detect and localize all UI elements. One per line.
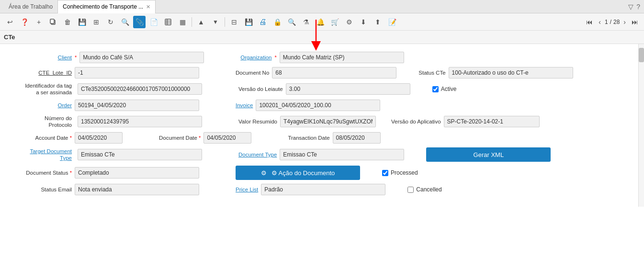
download-button[interactable]: ⬇ [357,16,370,28]
lock-button[interactable]: 🔒 [271,16,283,28]
cancelled-label[interactable]: Cancelled [416,186,441,193]
active-group: Active [432,86,457,92]
target-doc-type-input[interactable] [78,149,202,160]
bell-button[interactable]: 🔔 [314,16,327,28]
client-required: * [75,55,77,60]
organization-input[interactable] [280,52,404,63]
target-doc-type-group: Target Document Type [10,148,202,161]
document-date-group: Document Date * [159,132,251,144]
tab-conhecimento[interactable]: Conhecimento de Transporte ... ✕ [57,0,156,13]
gerar-xml-group: Gerar XML [426,147,551,162]
cart-button[interactable]: 🛒 [328,16,341,28]
main-form: Client * Organization * CTE_Lote_ID Docu… [0,44,644,207]
transaction-date-label: Transaction Date [288,135,329,141]
gear-button[interactable]: ⚙ [343,16,355,28]
undo-button[interactable]: ↩ [4,16,16,28]
refresh-button[interactable]: ↻ [104,16,117,28]
gerar-xml-button[interactable]: Gerar XML [426,147,551,162]
form-row-7: Target Document Type Document Type Gerar… [10,147,633,162]
processed-checkbox[interactable] [382,170,388,176]
search-button[interactable]: 🔍 [119,16,131,28]
cte-lote-label: CTE_Lote_ID [10,70,72,76]
processed-group: Processed [382,169,418,176]
document-date-input[interactable] [203,132,251,144]
invoice-input[interactable] [256,100,380,111]
order-input[interactable] [75,100,199,111]
tab-area-de-trabalho[interactable]: Área de Trabalho [4,0,57,13]
minimize-icon[interactable]: ▽ [628,3,633,11]
order-label[interactable]: Order [10,102,72,108]
transaction-date-input[interactable] [333,132,381,144]
document-no-label: Document No [236,70,269,76]
client-label[interactable]: Client [10,55,72,60]
save-button[interactable]: 💾 [76,16,88,28]
first-page-button[interactable]: ⏮ [584,17,595,27]
status-cte-group: Status CTe [418,67,573,78]
status-email-input[interactable] [75,184,199,195]
copy-button[interactable] [47,16,59,28]
help-icon[interactable]: ? [636,3,640,11]
upload-button[interactable]: ⬆ [372,16,384,28]
versao-leiaute-input[interactable] [286,83,410,95]
doc-button[interactable]: 📄 [147,16,160,28]
active-label[interactable]: Active [441,86,457,92]
svg-rect-4 [165,19,171,25]
tune-button[interactable]: ⚗ [300,16,312,28]
attach-button[interactable]: 📎 [133,16,146,28]
next-page-button[interactable]: › [621,17,628,27]
order-group: Order [10,100,199,111]
valor-resumido-label: Valor Resumido [238,119,277,124]
doc-status-input[interactable] [75,167,199,179]
record-label: CTe [4,34,15,41]
help-button[interactable]: ❓ [18,16,31,28]
tab-close-icon[interactable]: ✕ [146,4,150,10]
save2-button[interactable]: 💾 [242,16,255,28]
table-button[interactable] [162,16,174,28]
versao-leiaute-label: Versão do Leiaute [238,86,283,92]
organization-label[interactable]: Organization [240,55,271,60]
status-cte-label: Status CTe [418,70,445,76]
cancelled-group: Cancelled [407,186,441,193]
price-list-input[interactable] [261,184,385,195]
target-doc-label-line1[interactable]: Target Document [30,148,72,154]
versao-aplicativo-input[interactable] [444,116,540,127]
zoom-in-button[interactable]: 🔍 [285,16,298,28]
tab-label-conhecimento: Conhecimento de Transporte ... [63,3,143,10]
organization-group: Organization * [240,52,404,63]
active-checkbox[interactable] [432,86,439,92]
new-button[interactable]: + [33,16,45,28]
document-no-input[interactable] [272,67,396,78]
scrollbar-thumb[interactable] [639,48,644,62]
last-page-button[interactable]: ⏭ [630,17,640,27]
prev-page-button[interactable]: ‹ [597,17,603,27]
grid-button[interactable]: ⊞ [90,16,102,28]
secondary-toolbar: CTe [0,31,644,44]
view1-button[interactable]: ⊟ [228,16,240,28]
doc-date-required: * [199,135,201,141]
up-arrow-button[interactable]: ▲ [195,16,207,28]
dropdown-button[interactable]: ▼ [209,16,222,28]
status-email-group: Status Email [10,184,199,195]
acao-documento-button[interactable]: ⚙ ⚙ Ação do Documento [236,166,360,180]
account-date-input[interactable] [75,132,123,144]
print-button[interactable]: 🖨 [257,16,269,28]
document-type-input[interactable] [280,149,404,160]
cancelled-checkbox[interactable] [407,187,414,193]
cte-lote-input[interactable] [75,67,199,78]
identificador-input[interactable] [78,83,202,95]
doc-status-label: Document Status * [10,170,72,176]
target-doc-label-line2[interactable]: Type [60,155,72,161]
status-cte-input[interactable] [449,67,573,78]
notes-button[interactable]: 📝 [386,16,398,28]
delete-button[interactable]: 🗑 [61,16,74,28]
pagination: ⏮ ‹ 1 / 28 › ⏭ [584,17,640,27]
valor-resumido-input[interactable] [280,116,376,127]
processed-label[interactable]: Processed [391,169,418,176]
client-input[interactable] [79,52,204,63]
columns-button[interactable]: ▦ [176,16,189,28]
price-list-label[interactable]: Price List [236,187,258,192]
document-type-label[interactable]: Document Type [238,152,277,157]
scrollbar[interactable] [638,44,644,207]
invoice-label[interactable]: Invoice [236,102,253,108]
protocolo-input[interactable] [78,116,202,127]
